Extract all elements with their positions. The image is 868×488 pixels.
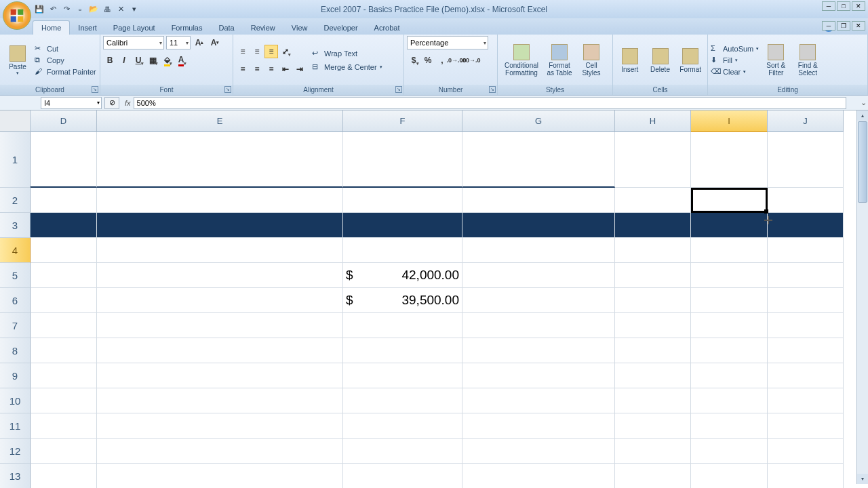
cell-H12[interactable] bbox=[615, 439, 691, 464]
wb-close-button[interactable]: ✕ bbox=[852, 21, 865, 30]
column-header-J[interactable]: J bbox=[768, 110, 844, 132]
select-all-corner[interactable] bbox=[0, 110, 31, 132]
close-button[interactable]: ✕ bbox=[852, 1, 865, 11]
cell-F12[interactable] bbox=[343, 439, 462, 464]
underline-button[interactable]: U bbox=[132, 54, 145, 67]
cell-F3[interactable] bbox=[343, 213, 462, 238]
row-header-5[interactable]: 5 bbox=[0, 263, 31, 288]
cell-H13[interactable] bbox=[615, 464, 691, 488]
save-icon[interactable]: 💾 bbox=[34, 4, 45, 15]
tab-acrobat[interactable]: Acrobat bbox=[366, 21, 408, 35]
conditional-formatting-button[interactable]: Conditional Formatting bbox=[500, 44, 542, 77]
align-top-button[interactable]: ≡ bbox=[236, 45, 250, 58]
cell-H4[interactable] bbox=[615, 238, 691, 263]
cell-D11[interactable] bbox=[31, 413, 97, 439]
tab-home[interactable]: Home bbox=[33, 20, 70, 35]
row-header-10[interactable]: 10 bbox=[0, 388, 31, 413]
qat-customize-icon[interactable]: ▾ bbox=[129, 4, 140, 15]
column-header-D[interactable]: D bbox=[31, 110, 97, 132]
cell-E1[interactable] bbox=[97, 132, 343, 188]
cell-F5[interactable]: $42,000.00 bbox=[343, 263, 462, 288]
maximize-button[interactable]: □ bbox=[837, 1, 850, 11]
cell-I7[interactable] bbox=[691, 313, 768, 338]
fill-color-button[interactable]: ⬙ bbox=[160, 54, 174, 67]
cell-G13[interactable] bbox=[462, 464, 615, 488]
cell-I3[interactable] bbox=[691, 213, 768, 238]
cell-E9[interactable] bbox=[97, 363, 343, 388]
cell-H11[interactable] bbox=[615, 413, 691, 439]
grow-font-button[interactable]: A▴ bbox=[193, 36, 206, 49]
name-box[interactable]: I4 bbox=[41, 97, 102, 109]
cell-styles-button[interactable]: Cell Styles bbox=[576, 44, 606, 77]
percent-button[interactable]: % bbox=[421, 54, 435, 67]
cell-H3[interactable] bbox=[615, 213, 691, 238]
column-header-F[interactable]: F bbox=[343, 110, 462, 132]
cell-G6[interactable] bbox=[462, 288, 615, 313]
cell-E5[interactable] bbox=[97, 263, 343, 288]
cell-D10[interactable] bbox=[31, 388, 97, 413]
merge-center-button[interactable]: ⊟Merge & Center▾ bbox=[312, 62, 382, 72]
row-header-3[interactable]: 3 bbox=[0, 213, 31, 238]
cell-E12[interactable] bbox=[97, 439, 343, 464]
orientation-button[interactable]: ⤢ bbox=[279, 45, 292, 58]
scroll-down-button[interactable]: ▾ bbox=[857, 474, 868, 484]
cell-D7[interactable] bbox=[31, 313, 97, 338]
column-header-H[interactable]: H bbox=[615, 110, 691, 132]
vertical-scrollbar[interactable]: ▴ ▾ bbox=[856, 110, 868, 484]
column-header-E[interactable]: E bbox=[97, 110, 343, 132]
cell-I6[interactable] bbox=[691, 288, 768, 313]
autosum-button[interactable]: ΣAutoSum▾ bbox=[711, 44, 759, 54]
cell-F7[interactable] bbox=[343, 313, 462, 338]
new-icon[interactable]: ▫ bbox=[75, 4, 85, 15]
formula-input[interactable]: 500% bbox=[134, 97, 846, 109]
office-button[interactable] bbox=[3, 1, 31, 30]
cut-button[interactable]: ✂Cut bbox=[35, 44, 96, 54]
row-header-13[interactable]: 13 bbox=[0, 464, 31, 488]
row-header-4[interactable]: 4 bbox=[0, 238, 31, 263]
delete-cells-button[interactable]: Delete bbox=[646, 48, 675, 73]
cell-J10[interactable] bbox=[768, 388, 844, 413]
cell-H7[interactable] bbox=[615, 313, 691, 338]
align-center-button[interactable]: ≡ bbox=[250, 62, 264, 76]
worksheet-grid[interactable]: DEFGHIJ 12345$42,000.006$39,500.00789101… bbox=[0, 110, 868, 484]
cell-E7[interactable] bbox=[97, 313, 343, 338]
cell-I11[interactable] bbox=[691, 413, 768, 439]
cell-I12[interactable] bbox=[691, 439, 768, 464]
cell-G10[interactable] bbox=[462, 388, 615, 413]
row-header-11[interactable]: 11 bbox=[0, 413, 31, 439]
cell-F9[interactable] bbox=[343, 363, 462, 388]
column-header-G[interactable]: G bbox=[462, 110, 615, 132]
minimize-button[interactable]: ─ bbox=[822, 1, 835, 11]
cell-F11[interactable] bbox=[343, 413, 462, 439]
cell-G8[interactable] bbox=[462, 338, 615, 363]
cell-E10[interactable] bbox=[97, 388, 343, 413]
cell-I10[interactable] bbox=[691, 388, 768, 413]
redo-icon[interactable]: ↷ bbox=[61, 4, 72, 15]
cell-H8[interactable] bbox=[615, 338, 691, 363]
font-size-combo[interactable]: 11 bbox=[166, 36, 191, 49]
cell-D12[interactable] bbox=[31, 439, 97, 464]
align-middle-button[interactable]: ≡ bbox=[250, 45, 264, 58]
cell-D6[interactable] bbox=[31, 288, 97, 313]
cell-D3[interactable] bbox=[31, 213, 97, 238]
cell-J2[interactable] bbox=[768, 188, 844, 213]
wb-minimize-button[interactable]: ─ bbox=[822, 21, 835, 30]
bold-button[interactable]: B bbox=[103, 54, 117, 67]
print-icon[interactable]: 🖶 bbox=[102, 4, 113, 15]
cell-F13[interactable] bbox=[343, 464, 462, 488]
row-header-6[interactable]: 6 bbox=[0, 288, 31, 313]
format-as-table-button[interactable]: Format as Table bbox=[545, 44, 574, 77]
cell-G11[interactable] bbox=[462, 413, 615, 439]
cell-J3[interactable] bbox=[768, 213, 844, 238]
copy-button[interactable]: ⧉Copy bbox=[35, 56, 96, 65]
number-launcher[interactable]: ↘ bbox=[489, 86, 496, 93]
wb-restore-button[interactable]: ❐ bbox=[837, 21, 850, 30]
cell-E6[interactable] bbox=[97, 288, 343, 313]
italic-button[interactable]: I bbox=[117, 54, 131, 67]
cell-I13[interactable] bbox=[691, 464, 768, 488]
cell-E8[interactable] bbox=[97, 338, 343, 363]
borders-button[interactable]: ▦ bbox=[146, 54, 159, 67]
tab-formulas[interactable]: Formulas bbox=[163, 21, 211, 35]
cell-H9[interactable] bbox=[615, 363, 691, 388]
cell-H5[interactable] bbox=[615, 263, 691, 288]
